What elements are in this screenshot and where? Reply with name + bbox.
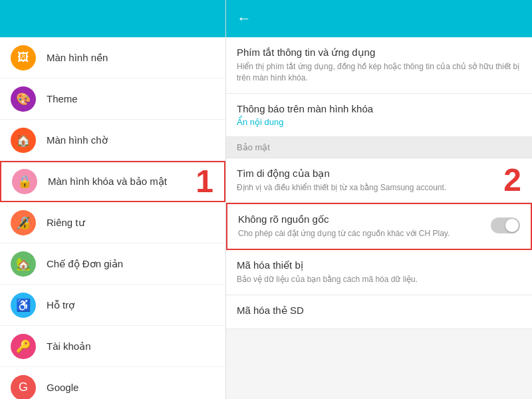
google-icon: G xyxy=(11,375,36,400)
theme-icon: 🎨 xyxy=(11,86,36,112)
menu-item-account[interactable]: 🔑Tài khoản xyxy=(0,326,225,367)
menu-item-support[interactable]: ♿Hỗ trợ xyxy=(0,285,225,326)
left-header xyxy=(0,0,225,37)
settings-item-0[interactable]: Phím tắt thông tin và ứng dụngHiển thị p… xyxy=(226,37,532,94)
toggle-switch-4[interactable] xyxy=(491,217,520,233)
settings-title-0: Phím tắt thông tin và ứng dụng xyxy=(237,47,521,59)
settings-item-5[interactable]: Mã hóa thiết bịBảo vệ dữ liệu của bạn bằ… xyxy=(226,250,532,295)
right-panel: ← Phím tắt thông tin và ứng dụngHiển thị… xyxy=(226,0,532,399)
menu-list: 🖼Màn hình nền🎨Theme🏠Màn hình chờ🔒Màn hìn… xyxy=(0,37,225,399)
settings-link-1[interactable]: Ẩn nội dung xyxy=(237,117,521,127)
settings-desc-4: Cho phép cài đặt ứng dụng từ các nguồn k… xyxy=(238,228,520,239)
settings-title-4: Không rõ nguồn gốc xyxy=(238,213,520,225)
settings-title-1: Thông báo trên màn hình khóa xyxy=(237,103,521,114)
menu-label-support: Hỗ trợ xyxy=(47,299,74,311)
step-number-left: 1 xyxy=(196,166,213,198)
lockscreen-icon: 🔒 xyxy=(12,169,37,194)
right-header: ← xyxy=(226,0,532,37)
menu-label-account: Tài khoản xyxy=(47,340,91,352)
back-arrow-icon[interactable]: ← xyxy=(237,10,251,27)
settings-item-4[interactable]: Không rõ nguồn gốcCho phép cài đặt ứng d… xyxy=(226,203,532,250)
menu-label-privacy: Riêng tư xyxy=(47,217,85,229)
wallpaper-icon: 🖼 xyxy=(11,45,36,70)
settings-desc-5: Bảo vệ dữ liệu của bạn bằng cách mã hóa … xyxy=(237,274,521,285)
settings-title-3: Tìm di động của bạn xyxy=(237,168,521,180)
account-icon: 🔑 xyxy=(11,334,36,359)
step-number-right: 2 xyxy=(503,164,521,196)
settings-desc-0: Hiển thị phím tắt ứng dụng, đồng hồ kép … xyxy=(237,61,521,84)
menu-label-home: Màn hình chờ xyxy=(47,134,108,146)
menu-label-simple: Chế độ Đơn giản xyxy=(47,258,123,270)
menu-item-theme[interactable]: 🎨Theme xyxy=(0,78,225,120)
simple-icon: 🏡 xyxy=(11,251,36,277)
privacy-icon: 🔏 xyxy=(11,210,36,235)
menu-item-home[interactable]: 🏠Màn hình chờ xyxy=(0,120,225,161)
right-content: Phím tắt thông tin và ứng dụngHiển thị p… xyxy=(226,37,532,399)
settings-item-6[interactable]: Mã hóa thẻ SD xyxy=(226,295,532,329)
menu-item-simple[interactable]: 🏡Chế độ Đơn giản xyxy=(0,243,225,285)
settings-title-6: Mã hóa thẻ SD xyxy=(237,305,521,317)
support-icon: ♿ xyxy=(11,293,36,318)
settings-title-5: Mã hóa thiết bị xyxy=(237,259,521,271)
menu-label-theme: Theme xyxy=(47,93,78,104)
settings-item-1[interactable]: Thông báo trên màn hình khóaẨn nội dung xyxy=(226,94,532,137)
section-header-2: Bảo mật xyxy=(226,137,532,158)
menu-item-google[interactable]: GGoogle xyxy=(0,367,225,399)
home-icon: 🏠 xyxy=(11,128,36,153)
menu-label-google: Google xyxy=(47,382,78,393)
menu-item-lockscreen[interactable]: 🔒Màn hình khóa và bảo mật1 xyxy=(0,161,225,202)
menu-item-wallpaper[interactable]: 🖼Màn hình nền xyxy=(0,37,225,78)
menu-label-lockscreen: Màn hình khóa và bảo mật xyxy=(48,176,167,188)
toggle-4[interactable] xyxy=(491,217,520,236)
left-panel: 🖼Màn hình nền🎨Theme🏠Màn hình chờ🔒Màn hìn… xyxy=(0,0,226,399)
menu-label-wallpaper: Màn hình nền xyxy=(47,52,108,64)
menu-item-privacy[interactable]: 🔏Riêng tư xyxy=(0,202,225,243)
settings-item-3[interactable]: Tìm di động của bạnĐịnh vị và điều khiển… xyxy=(226,158,532,203)
settings-desc-3: Định vị và điều khiển thiết bị từ xa bằn… xyxy=(237,182,521,194)
